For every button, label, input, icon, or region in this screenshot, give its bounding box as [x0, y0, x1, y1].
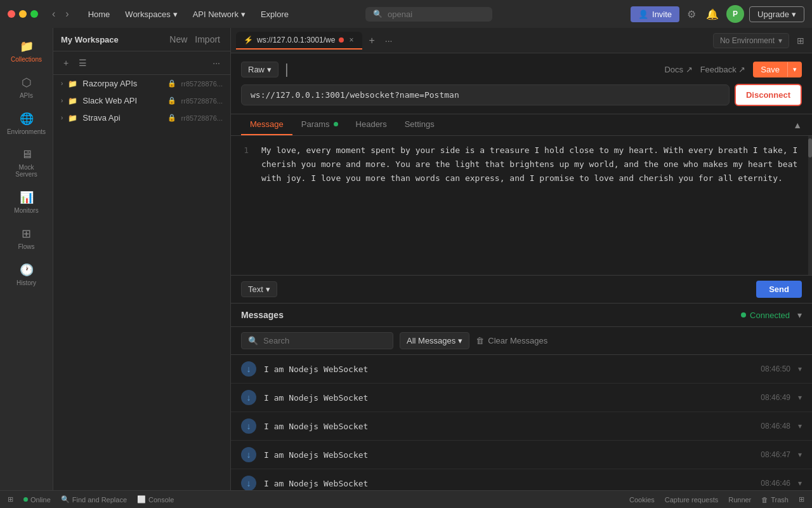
search-icon: 🔍: [248, 336, 258, 345]
minimize-traffic-light[interactable]: [19, 10, 27, 18]
panel-actions: New Import: [167, 33, 223, 46]
url-input[interactable]: [241, 84, 730, 105]
collection-slack[interactable]: › 📁 Slack Web API 🔒 rr85728876...: [53, 92, 230, 109]
capture-button[interactable]: Capture requests: [665, 495, 718, 504]
online-dot: [23, 497, 28, 502]
message-row[interactable]: ↓ I am Nodejs WebSocket 08:46:49 ▾: [231, 384, 812, 412]
message-row[interactable]: ↓ I am Nodejs WebSocket 08:46:48 ▾: [231, 412, 812, 441]
settings-button[interactable]: ⚙: [684, 6, 698, 23]
add-tab-button[interactable]: +: [365, 34, 378, 48]
notifications-button[interactable]: 🔔: [704, 6, 721, 23]
collection-folder-icon: 📁: [68, 114, 77, 123]
collections-panel: My Workspace New Import + ☰ ··· › 📁 Razo…: [53, 28, 231, 490]
home-link[interactable]: Home: [83, 7, 115, 22]
back-button[interactable]: ‹: [48, 7, 59, 21]
workspaces-link[interactable]: Workspaces ▾: [120, 7, 182, 22]
close-traffic-light[interactable]: [8, 10, 15, 18]
tab-message[interactable]: Message: [241, 114, 292, 135]
workspace-name: My Workspace: [61, 35, 162, 44]
invite-button[interactable]: 👤 Invite: [631, 6, 679, 22]
console-button[interactable]: ⬜ Console: [137, 495, 174, 504]
grid-toggle[interactable]: ⊞: [799, 495, 804, 504]
new-button[interactable]: New: [167, 33, 190, 46]
request-url-bar: Disconnect: [241, 84, 802, 106]
global-search[interactable]: 🔍: [365, 7, 492, 22]
ws-icon: ⚡: [244, 36, 253, 44]
format-selector[interactable]: Raw ▾: [241, 62, 278, 77]
environment-selector[interactable]: No Environment ▾: [713, 33, 789, 48]
import-button[interactable]: Import: [192, 33, 223, 46]
sidebar-item-environments[interactable]: 🌐 Environments: [4, 105, 49, 142]
layout-toggle[interactable]: ⊞: [794, 34, 807, 47]
message-row[interactable]: ↓ I am Nodejs WebSocket 08:46:50 ▾: [231, 355, 812, 384]
feedback-link[interactable]: Feedback ↗: [700, 65, 746, 74]
messages-search-input[interactable]: [263, 336, 386, 345]
lock-icon: 🔒: [167, 97, 176, 105]
collection-razorpay[interactable]: › 📁 Razorpay APIs 🔒 rr85728876...: [53, 75, 230, 92]
api-network-link[interactable]: API Network ▾: [188, 7, 251, 22]
message-expand-button[interactable]: ▾: [798, 422, 802, 431]
tab-bar: ⚡ ws://127.0.0.1:3001/we × + ··· No Envi…: [231, 28, 812, 53]
message-expand-button[interactable]: ▾: [798, 450, 802, 459]
save-dropdown-button[interactable]: ▾: [787, 62, 802, 77]
collapse-tabs-button[interactable]: ▲: [793, 120, 802, 130]
connected-badge: Connected: [741, 311, 790, 320]
sidebar-item-monitors[interactable]: 📊 Monitors: [4, 184, 49, 220]
sidebar-item-apis[interactable]: ⬡ APIs: [4, 69, 49, 105]
trash-button[interactable]: 🗑 Trash: [761, 495, 789, 504]
layout-button[interactable]: ⊞: [8, 495, 13, 504]
sidebar-item-flows[interactable]: ⊞ Flows: [4, 220, 49, 257]
send-button[interactable]: Send: [756, 281, 802, 298]
message-row[interactable]: ↓ I am Nodejs WebSocket 08:46:46 ▾: [231, 469, 812, 490]
more-options-button[interactable]: ···: [210, 57, 223, 69]
message-row[interactable]: ↓ I am Nodejs WebSocket 08:46:47 ▾: [231, 441, 812, 469]
find-replace-button[interactable]: 🔍 Find and Replace: [61, 495, 127, 504]
tab-params[interactable]: Params: [292, 114, 347, 135]
trash-icon: 🗑: [761, 496, 768, 504]
tab-close-button[interactable]: ×: [348, 36, 355, 44]
editor-content[interactable]: My love, every moment spent by your side…: [254, 136, 808, 275]
sidebar-item-collections[interactable]: 📁 Collections: [4, 33, 49, 69]
sidebar-item-history[interactable]: 🕐 History: [4, 257, 49, 293]
messages-search[interactable]: 🔍: [241, 332, 393, 349]
forward-button[interactable]: ›: [62, 7, 72, 21]
apis-icon: ⬡: [22, 76, 32, 90]
runner-button[interactable]: Runner: [728, 495, 751, 504]
editor-scrollbar[interactable]: [808, 136, 812, 275]
message-expand-button[interactable]: ▾: [798, 364, 802, 373]
add-collection-button[interactable]: +: [61, 57, 71, 69]
status-bar: ⊞ Online 🔍 Find and Replace ⬜ Console Co…: [0, 490, 812, 508]
request-top: Raw ▾ | Docs ↗ Feedback ↗ Save ▾: [241, 61, 802, 77]
collection-strava[interactable]: › 📁 Strava Api 🔒 rr85728876...: [53, 109, 230, 126]
cookies-button[interactable]: Cookies: [629, 495, 655, 504]
tab-headers[interactable]: Headers: [347, 114, 396, 135]
message-expand-button[interactable]: ▾: [798, 479, 802, 488]
websocket-tab[interactable]: ⚡ ws://127.0.0.1:3001/we ×: [236, 32, 362, 50]
request-tabs: Message Params Headers Settings ▲: [231, 114, 812, 136]
mock-servers-icon: 🖥: [21, 148, 32, 161]
explore-link[interactable]: Explore: [256, 7, 294, 22]
avatar[interactable]: P: [726, 5, 744, 23]
lock-icon: 🔒: [167, 114, 176, 122]
search-input[interactable]: [388, 10, 476, 19]
docs-link[interactable]: Docs ↗: [664, 65, 692, 74]
message-expand-button[interactable]: ▾: [798, 393, 802, 402]
disconnect-button[interactable]: Disconnect: [735, 84, 802, 106]
monitors-icon: 📊: [20, 190, 34, 204]
online-status[interactable]: Online: [23, 496, 51, 504]
tab-settings[interactable]: Settings: [396, 114, 443, 135]
maximize-traffic-light[interactable]: [30, 10, 38, 18]
text-format-selector[interactable]: Text ▾: [241, 281, 277, 297]
main-layout: 📁 Collections ⬡ APIs 🌐 Environments 🖥 Mo…: [0, 28, 812, 490]
messages-collapse-button[interactable]: ▾: [797, 310, 802, 320]
sidebar-item-mock-servers[interactable]: 🖥 Mock Servers: [4, 142, 49, 184]
save-button[interactable]: Save: [753, 62, 787, 77]
clear-messages-button[interactable]: 🗑 Clear Messages: [476, 336, 547, 345]
request-area: Raw ▾ | Docs ↗ Feedback ↗ Save ▾ Disconn…: [231, 53, 812, 114]
more-tabs-button[interactable]: ···: [381, 34, 396, 47]
filter-collections-button[interactable]: ☰: [76, 57, 89, 69]
filter-button[interactable]: All Messages ▾: [400, 332, 469, 349]
upgrade-button[interactable]: Upgrade ▾: [749, 6, 804, 22]
traffic-lights: [8, 10, 38, 18]
invite-icon: 👤: [638, 10, 648, 19]
